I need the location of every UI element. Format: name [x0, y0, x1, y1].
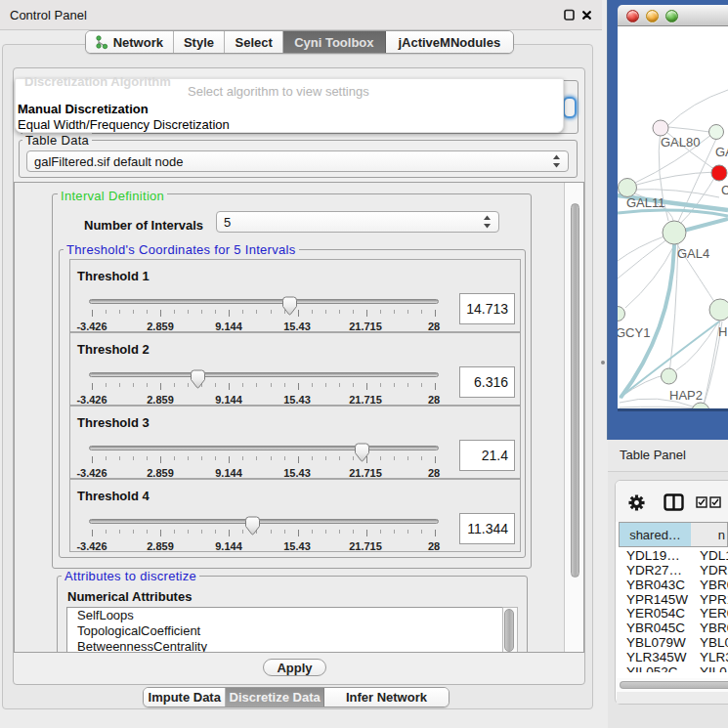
- svg-text:GAL11: GAL11: [626, 195, 665, 210]
- svg-text:GAL4: GAL4: [677, 246, 709, 261]
- svg-text:C: C: [721, 183, 728, 197]
- svg-text:GA: GA: [715, 145, 728, 159]
- svg-text:GAL80: GAL80: [661, 135, 700, 150]
- svg-text:HAP2: HAP2: [669, 388, 703, 403]
- svg-text:H: H: [718, 324, 727, 339]
- svg-text:GCY1: GCY1: [618, 325, 650, 340]
